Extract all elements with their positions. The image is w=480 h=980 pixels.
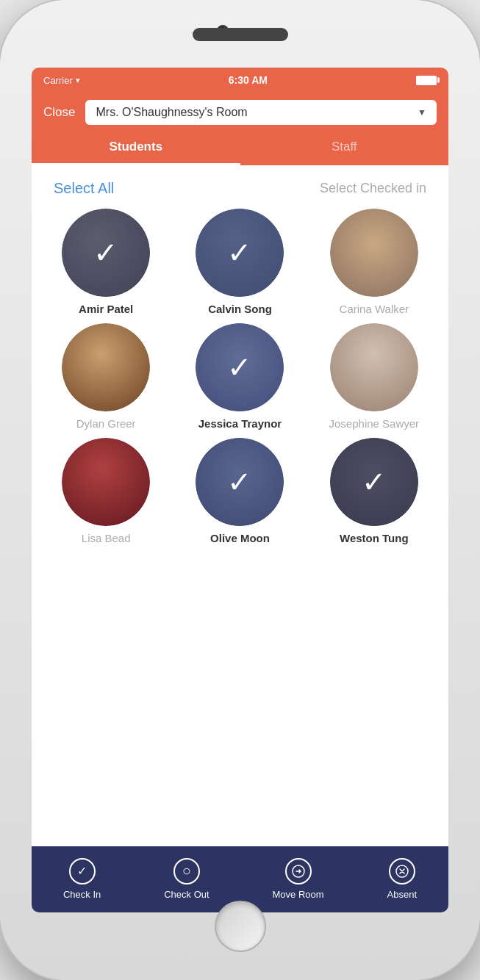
- student-name: Dylan Greer: [76, 417, 136, 430]
- tabs: Students Staff: [32, 125, 448, 165]
- student-grid: ✓ Amir Patel ✓ Calv: [32, 209, 448, 560]
- close-button[interactable]: Close: [43, 105, 75, 120]
- select-all-button[interactable]: Select All: [54, 180, 114, 197]
- wifi-icon: ▾: [76, 76, 80, 85]
- avatar: ✓: [196, 209, 284, 297]
- student-name: Carina Walker: [340, 303, 409, 316]
- list-item[interactable]: Carina Walker: [307, 209, 441, 316]
- content-area: Select All Select Checked in ✓ A: [32, 165, 448, 846]
- avatar: [330, 209, 418, 297]
- move-room-button[interactable]: Move Room: [273, 858, 324, 900]
- list-item[interactable]: ✓ Weston Tung: [307, 438, 441, 545]
- battery-icon: [416, 76, 437, 85]
- list-item[interactable]: ✓ Jessica Traynor: [173, 323, 307, 430]
- select-row: Select All Select Checked in: [32, 165, 448, 209]
- check-in-button[interactable]: ✓ Check In: [63, 858, 101, 900]
- student-name: Jessica Traynor: [198, 417, 282, 430]
- checkmark-icon: ✓: [227, 350, 252, 384]
- check-out-button[interactable]: ○ Check Out: [164, 858, 209, 900]
- student-name: Calvin Song: [208, 303, 272, 316]
- list-item[interactable]: Josephine Sawyer: [307, 323, 441, 430]
- list-item[interactable]: Dylan Greer: [39, 323, 173, 430]
- check-out-label: Check Out: [164, 889, 209, 900]
- status-time: 6:30 AM: [229, 74, 268, 86]
- avatar: [330, 323, 418, 411]
- student-name: Weston Tung: [340, 532, 409, 545]
- avatar: [62, 438, 150, 526]
- screen: Carrier ▾ 6:30 AM Close Mrs. O'Shaughnes…: [32, 68, 448, 912]
- list-item[interactable]: Lisa Bead: [39, 438, 173, 545]
- select-checked-in-button[interactable]: Select Checked in: [320, 181, 426, 196]
- phone-speaker: [193, 28, 288, 41]
- avatar: ✓: [330, 438, 418, 526]
- phone-outer: Carrier ▾ 6:30 AM Close Mrs. O'Shaughnes…: [0, 0, 480, 980]
- student-name: Olive Moon: [210, 532, 270, 545]
- room-name-label: Mrs. O'Shaughnessy's Room: [96, 106, 412, 119]
- checkmark-icon: ✓: [362, 465, 387, 499]
- checkmark-icon: ✓: [227, 465, 252, 499]
- header: Close Mrs. O'Shaughnessy's Room ▼: [32, 93, 448, 125]
- absent-icon: [389, 858, 415, 884]
- avatar: [62, 323, 150, 411]
- move-room-icon: [285, 858, 312, 884]
- room-dropdown[interactable]: Mrs. O'Shaughnessy's Room ▼: [85, 100, 437, 125]
- status-bar: Carrier ▾ 6:30 AM: [32, 68, 448, 93]
- status-carrier: Carrier ▾: [43, 75, 80, 86]
- list-item[interactable]: ✓ Amir Patel: [39, 209, 173, 316]
- list-item[interactable]: ✓ Olive Moon: [173, 438, 307, 545]
- checkmark-icon: ✓: [227, 236, 252, 270]
- avatar: ✓: [196, 438, 284, 526]
- list-item[interactable]: ✓ Calvin Song: [173, 209, 307, 316]
- absent-button[interactable]: Absent: [387, 858, 417, 900]
- absent-label: Absent: [387, 889, 417, 900]
- carrier-text: Carrier: [43, 75, 73, 86]
- tab-staff[interactable]: Staff: [240, 132, 449, 165]
- student-name: Josephine Sawyer: [329, 417, 420, 430]
- move-room-label: Move Room: [273, 889, 324, 900]
- check-in-label: Check In: [63, 889, 101, 900]
- avatar: ✓: [62, 209, 150, 297]
- check-in-icon: ✓: [69, 858, 96, 884]
- student-name: Lisa Bead: [82, 532, 131, 545]
- tab-students[interactable]: Students: [32, 132, 240, 165]
- checkmark-icon: ✓: [93, 236, 118, 270]
- phone-home-button[interactable]: [215, 901, 266, 952]
- dropdown-arrow-icon: ▼: [418, 107, 426, 118]
- avatar: ✓: [196, 323, 284, 411]
- student-name: Amir Patel: [79, 303, 133, 316]
- check-out-icon: ○: [173, 858, 200, 884]
